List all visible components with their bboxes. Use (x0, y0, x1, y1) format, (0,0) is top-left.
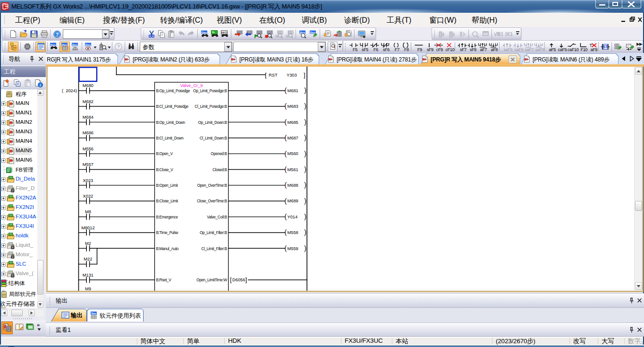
svg-text:Open_LimitTime:W: Open_LimitTime:W (196, 278, 227, 282)
svg-text:(: ( (285, 149, 287, 157)
svg-text:M2: M2 (85, 241, 91, 246)
svg-text:M8012: M8012 (81, 225, 94, 230)
svg-text:(: ( (285, 165, 287, 173)
svg-text:M557: M557 (83, 162, 93, 167)
svg-text:B:Time_Pulse: B:Time_Pulse (156, 230, 179, 235)
svg-text:Cl_Limit_Filter:B: Cl_Limit_Filter:B (201, 246, 227, 251)
svg-text:): ) (304, 118, 306, 125)
svg-text:[: [ (230, 276, 232, 283)
svg-text:M9: M9 (85, 286, 91, 291)
svg-text:B:Op_Limit_Down: B:Op_Limit_Down (156, 120, 186, 124)
svg-text:Open_OverTime:B: Open_OverTime:B (197, 183, 228, 188)
svg-text:B:Close_Limit: B:Close_Limit (156, 199, 178, 203)
svg-text:(: ( (285, 212, 287, 220)
svg-text:M558: M558 (288, 230, 298, 235)
svg-text:Valve_Coil:B: Valve_Coil:B (207, 214, 227, 219)
svg-text:]: ] (246, 276, 247, 283)
svg-text:B:Rset_V: B:Rset_V (156, 278, 172, 282)
svg-text:Y303: Y303 (287, 72, 297, 77)
svg-text:M686: M686 (83, 130, 93, 135)
svg-text:Y014: Y014 (288, 214, 298, 219)
svg-text:Op_Limit_Filter:B: Op_Limit_Filter:B (200, 230, 227, 235)
svg-text:M680: M680 (83, 83, 93, 88)
svg-text:M687: M687 (288, 135, 298, 140)
svg-text:B:Open_V: B:Open_V (156, 151, 173, 156)
svg-text:Ⅸ1: Ⅸ1 (505, 31, 513, 37)
svg-text:?: ? (56, 32, 59, 37)
svg-text:(: ( (285, 197, 287, 204)
svg-text:D6056: D6056 (232, 278, 245, 282)
svg-text:ST: ST (603, 44, 609, 49)
svg-text:B:Cl_Limit_Posedge: B:Cl_Limit_Posedge (156, 104, 189, 109)
svg-text:Close_OverTime:B: Close_OverTime:B (197, 199, 228, 203)
svg-text:X023: X023 (83, 178, 93, 182)
svg-text:): ) (304, 197, 306, 204)
svg-text:(: ( (285, 118, 287, 125)
svg-text:(: ( (285, 134, 287, 141)
svg-text:(: ( (285, 228, 287, 236)
svg-text:M682: M682 (83, 99, 93, 104)
svg-text:RST: RST (269, 72, 278, 77)
svg-text:M556: M556 (83, 146, 93, 151)
svg-text:): ) (304, 102, 306, 110)
svg-text:M560: M560 (288, 151, 298, 156)
svg-text:HKO: HKO (221, 31, 227, 34)
svg-text:Dev: Dev (91, 312, 96, 315)
svg-text:M559: M559 (288, 246, 298, 251)
svg-text:B:Close_V: B:Close_V (156, 167, 174, 172)
svg-text:Dev: Dev (62, 43, 68, 46)
svg-text:Cl_Limit_Down:B: Cl_Limit_Down:B (200, 135, 228, 140)
svg-text:Dev: Dev (85, 43, 91, 46)
svg-text:M688: M688 (288, 183, 298, 188)
svg-text:B:Open_Limit: B:Open_Limit (156, 183, 178, 188)
svg-text:Dev: Dev (51, 43, 56, 46)
svg-text:): ) (304, 87, 306, 94)
svg-text:?: ? (117, 44, 120, 50)
svg-text:M561: M561 (288, 167, 298, 172)
svg-text:X022: X022 (83, 193, 93, 198)
svg-text:( 2024): ( 2024) (62, 88, 77, 93)
svg-text:M685: M685 (288, 120, 298, 124)
svg-text:(: ( (285, 102, 287, 110)
svg-text:M131: M131 (83, 272, 93, 277)
svg-text:[: [ (265, 71, 267, 78)
svg-text:B:Cl_Limit_Down: B:Cl_Limit_Down (156, 135, 184, 140)
svg-text:Closed:B: Closed:B (212, 167, 227, 172)
svg-text:B:Op_Limit_Posedge: B:Op_Limit_Posedge (156, 88, 190, 93)
svg-text:Dev: Dev (310, 31, 316, 34)
svg-text:Opened:B: Opened:B (211, 151, 227, 156)
svg-text:Ⅷ1: Ⅷ1 (494, 31, 503, 37)
svg-text:M689: M689 (288, 199, 298, 203)
svg-text:M22: M22 (84, 257, 92, 261)
svg-text:): ) (304, 165, 306, 173)
svg-text:): ) (304, 244, 306, 252)
svg-text:(: ( (285, 181, 287, 189)
svg-text:): ) (304, 228, 306, 236)
svg-text:(: ( (285, 244, 287, 252)
svg-text:M683: M683 (288, 104, 298, 109)
svg-text:(: ( (285, 87, 287, 94)
svg-text:): ) (304, 181, 306, 189)
svg-text:Op_Limit_Posedge:B: Op_Limit_Posedge:B (193, 88, 227, 93)
svg-text:M684: M684 (83, 115, 93, 120)
svg-text:]: ] (304, 71, 305, 78)
svg-text:B:Emergence: B:Emergence (156, 214, 178, 219)
svg-text:Dev: Dev (300, 31, 305, 34)
svg-text:B:Manul_Auto: B:Manul_Auto (156, 246, 179, 251)
svg-text:Dev: Dev (72, 43, 78, 46)
svg-text:M681: M681 (288, 88, 298, 93)
svg-text:): ) (304, 134, 306, 141)
svg-text:Cl_Limit_Posedge:B: Cl_Limit_Posedge:B (195, 104, 227, 109)
svg-text:): ) (304, 149, 306, 157)
svg-text:Valve_Cr_9: Valve_Cr_9 (180, 83, 203, 88)
svg-text:M8: M8 (85, 209, 91, 214)
svg-text:): ) (304, 212, 306, 220)
svg-text:Dev: Dev (202, 31, 207, 34)
svg-text:Op_Limit_Down:B: Op_Limit_Down:B (198, 120, 228, 124)
